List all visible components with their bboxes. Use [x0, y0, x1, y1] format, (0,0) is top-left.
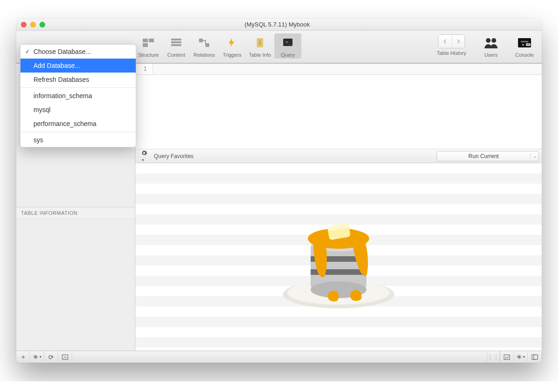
tab-label-relations: Relations — [193, 52, 215, 58]
chevron-down-icon: ▾ — [142, 158, 144, 162]
svg-text:i: i — [259, 39, 261, 46]
app-logo-icon — [273, 192, 404, 322]
structure-icon — [140, 34, 157, 51]
content-icon — [168, 34, 185, 51]
history-arrows — [438, 34, 465, 48]
info-icon: i — [252, 34, 268, 51]
svg-rect-24 — [62, 355, 68, 359]
refresh-icon: ⟳ — [48, 353, 54, 361]
database-dropdown: Choose Database... Add Database... Refre… — [20, 44, 136, 147]
main-area: 1 ▾ Query Favorites Run Current ⌄ — [135, 64, 542, 351]
svg-point-7 — [492, 38, 496, 43]
zoom-window-button[interactable] — [40, 22, 45, 27]
tab-label-info: Table Info — [249, 52, 271, 58]
add-button[interactable]: ＋ — [16, 351, 30, 363]
svg-text:>_: >_ — [286, 40, 292, 45]
columns-icon — [531, 354, 538, 360]
db-opt-sys[interactable]: sys — [20, 133, 136, 147]
tab-content[interactable]: Content — [163, 33, 190, 59]
tab-label-structure: Structure — [138, 52, 159, 58]
tab-relations[interactable]: Relations — [191, 33, 218, 59]
sidebar-info-body — [16, 219, 135, 351]
menu-separator — [20, 87, 136, 88]
query-options-bar: ▾ Query Favorites Run Current ⌄ — [135, 149, 542, 163]
plus-icon: ＋ — [20, 353, 27, 361]
toggle-info-button[interactable] — [58, 351, 72, 363]
users-button[interactable]: Users — [478, 33, 505, 59]
db-opt-choose[interactable]: Choose Database... — [20, 45, 136, 59]
history-back-button[interactable] — [438, 35, 452, 48]
console-icon: consoleoff — [516, 34, 533, 51]
refresh-button[interactable]: ⟳ — [44, 351, 58, 363]
console-label: Console — [515, 52, 534, 58]
query-tab[interactable]: 1 — [135, 64, 153, 74]
svg-text:off: off — [527, 43, 530, 46]
tab-label-query: Query — [281, 52, 295, 58]
run-current-label: Run Current — [437, 153, 530, 159]
db-opt-information-schema[interactable]: information_schema — [20, 89, 136, 103]
gear-icon — [141, 150, 147, 156]
table-history-label: Table History — [437, 50, 466, 56]
db-opt-mysql[interactable]: mysql — [20, 103, 136, 117]
copy-columns-button[interactable] — [528, 351, 542, 363]
minimize-window-button[interactable] — [30, 22, 36, 27]
image-icon — [504, 354, 510, 360]
svg-text:conso: conso — [521, 40, 529, 43]
console-button[interactable]: consoleoff Console — [511, 33, 538, 59]
window-title: (MySQL 5.7.11) Mybook — [45, 21, 509, 28]
table-history[interactable]: Table History — [432, 33, 471, 57]
gear-icon — [516, 354, 522, 360]
toolbar: Structure Content Relations Triggers i T… — [16, 31, 542, 63]
svg-rect-25 — [504, 355, 510, 359]
result-gear-button[interactable]: ▾ — [514, 351, 528, 363]
svg-rect-28 — [534, 355, 538, 359]
close-window-button[interactable] — [21, 22, 27, 27]
tab-query[interactable]: >_ Query — [274, 33, 301, 59]
titlebar: (MySQL 5.7.11) Mybook — [16, 19, 542, 31]
table-gear-button[interactable]: ▾ — [30, 351, 44, 363]
chevron-down-icon[interactable]: ⌄ — [530, 153, 538, 159]
tab-label-content: Content — [167, 52, 186, 58]
gear-icon — [33, 354, 39, 360]
db-opt-performance-schema[interactable]: performance_schema — [20, 117, 136, 131]
svg-rect-0 — [199, 39, 203, 42]
triggers-icon — [224, 34, 240, 51]
query-tabs: 1 — [135, 64, 542, 75]
query-icon: >_ — [279, 34, 296, 51]
db-opt-refresh[interactable]: Refresh Databases — [20, 73, 136, 86]
tab-label-triggers: Triggers — [223, 52, 241, 58]
tab-structure[interactable]: Structure — [135, 33, 162, 59]
panel-icon — [62, 354, 68, 360]
tab-triggers[interactable]: Triggers — [219, 33, 246, 59]
query-tab-label: 1 — [144, 66, 147, 72]
relations-icon — [196, 34, 213, 51]
history-forward-button[interactable] — [452, 35, 465, 48]
svg-point-6 — [486, 38, 491, 43]
svg-rect-1 — [206, 43, 209, 47]
toolbar-right: Table History Users consoleoff Console — [432, 33, 538, 59]
query-favorites-label[interactable]: Query Favorites — [154, 153, 193, 159]
traffic-lights — [21, 22, 45, 27]
db-opt-add[interactable]: Add Database... — [20, 59, 136, 73]
results-area — [135, 163, 542, 351]
svg-text:le: le — [522, 43, 525, 46]
users-icon — [483, 34, 499, 51]
sidebar-info-title: TABLE INFORMATION — [16, 207, 135, 219]
users-label: Users — [485, 52, 498, 58]
menu-separator — [20, 132, 136, 132]
footer-bar: ＋ ▾ ⟳ ⋮⋮ ▾ — [16, 351, 542, 363]
tab-table-info[interactable]: i Table Info — [246, 33, 273, 59]
query-editor[interactable] — [135, 75, 542, 149]
app-window: (MySQL 5.7.11) Mybook Structure Content … — [16, 19, 542, 363]
image-insert-button[interactable] — [500, 351, 514, 363]
run-current-button[interactable]: Run Current ⌄ — [437, 151, 539, 161]
sidebar-resize-handle[interactable]: ⋮⋮ — [487, 351, 500, 363]
query-options-gear[interactable]: ▾ — [138, 149, 150, 164]
grip-icon: ⋮⋮ — [487, 354, 499, 360]
